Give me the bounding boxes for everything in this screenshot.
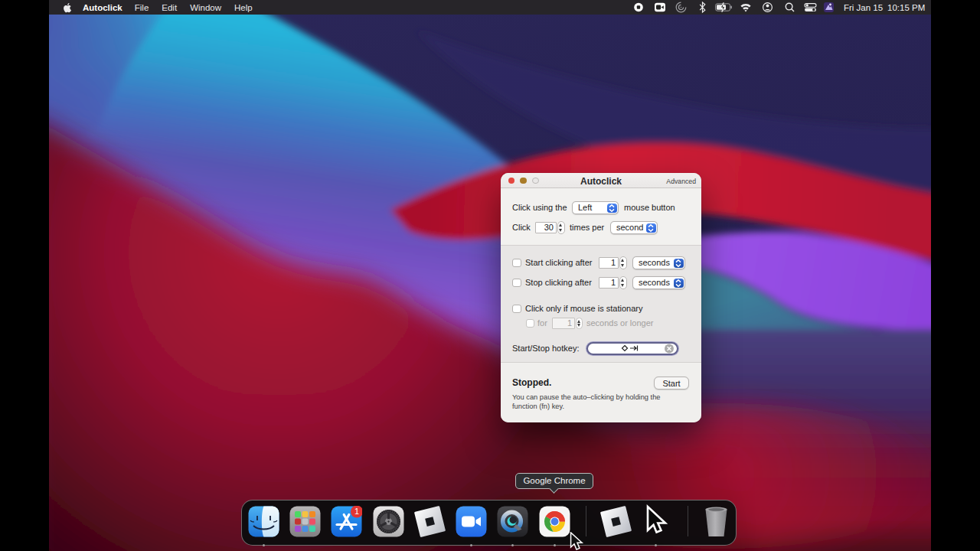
svg-text:1: 1 xyxy=(354,507,359,516)
svg-text:Fri Jan 15: Fri Jan 15 xyxy=(844,3,883,12)
svg-text:10:15 PM: 10:15 PM xyxy=(887,3,925,12)
